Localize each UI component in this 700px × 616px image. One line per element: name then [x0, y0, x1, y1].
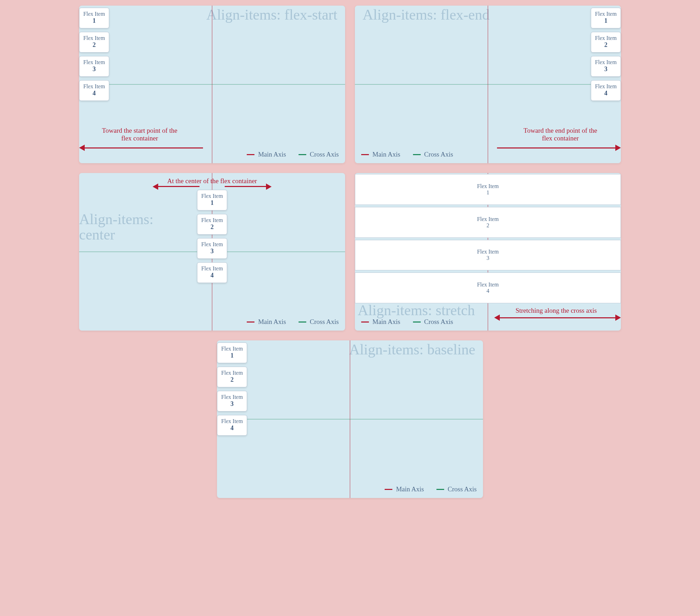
flex-item: Flex Item1	[217, 342, 247, 363]
panel-title: Align-items: stretch	[358, 303, 475, 318]
legend-main: Main Axis	[361, 151, 400, 158]
flex-item-label: Flex Item	[79, 35, 109, 41]
legend-cross: Cross Axis	[413, 318, 453, 326]
hint-text: Toward the end point of the flex contain…	[506, 127, 615, 142]
flex-item-label: Flex Item	[197, 217, 227, 223]
flex-item-label: Flex Item	[197, 241, 227, 248]
flex-item-number: 3	[79, 65, 109, 73]
legend-cross: Cross Axis	[413, 151, 453, 158]
flex-item: Flex Item3	[79, 56, 109, 77]
arrow-head-left-icon	[79, 145, 85, 151]
main-axis-icon	[361, 154, 369, 155]
hint-text: At the center of the flex container	[149, 177, 275, 185]
flex-item-label: Flex Item	[591, 59, 621, 65]
flex-item-label: Flex Item	[197, 265, 227, 272]
legend: Main Axis Cross Axis	[385, 485, 477, 493]
arrow-head-right-icon	[615, 145, 621, 151]
cross-axis-icon	[299, 154, 306, 155]
flex-item: Flex Item2	[591, 32, 621, 53]
panel-title: Align-items: flex-start	[206, 7, 337, 22]
diagram-grid: Align-items: flex-start Flex Item1Flex I…	[6, 6, 694, 498]
flex-item: Flex Item2	[217, 367, 247, 387]
flex-item-label: Flex Item	[79, 83, 109, 90]
flex-item-number: 2	[217, 376, 247, 383]
flex-item-number: 4	[79, 90, 109, 97]
flex-item: Flex Item3	[591, 56, 621, 77]
flex-items: Flex Item1Flex Item2Flex Item3Flex Item4	[217, 342, 247, 436]
cross-axis-line	[79, 84, 345, 85]
flex-item: Flex Item3	[355, 240, 621, 271]
flex-item-label: Flex Item	[217, 346, 247, 352]
cross-axis-line	[355, 84, 621, 85]
cross-axis-icon	[436, 489, 444, 490]
flex-item: Flex Item3	[197, 238, 227, 259]
arrow-head-left-icon	[494, 314, 500, 321]
panel-baseline: Align-items: baseline Flex Item1Flex Ite…	[217, 340, 483, 498]
main-axis-icon	[247, 321, 254, 323]
flex-item-number: 1	[217, 352, 247, 359]
flex-item-label: Flex Item	[79, 59, 109, 65]
panel-title: Align-items: flex-end	[363, 7, 490, 22]
panel-center: Align-items: center Flex Item1Flex Item2…	[79, 173, 345, 331]
legend-main: Main Axis	[247, 318, 286, 326]
flex-item: Flex Item3	[217, 391, 247, 411]
flex-item: Flex Item2	[79, 32, 109, 53]
flex-item-label: Flex Item	[217, 394, 247, 400]
flex-item-label: Flex Item	[591, 35, 621, 41]
arrow-head-left-icon	[153, 184, 158, 190]
hint-text: Stretching along the cross axis	[502, 307, 610, 314]
flex-items-stretch: Flex Item1Flex Item2Flex Item3Flex Item4	[355, 173, 621, 304]
flex-item: Flex Item1	[355, 174, 621, 205]
arrow-head-right-icon	[615, 314, 621, 321]
legend-main: Main Axis	[361, 318, 400, 326]
flex-item-number: 2	[486, 222, 489, 229]
flex-item-number: 3	[591, 65, 621, 73]
hint-text: Toward the start point of the flex conta…	[85, 127, 194, 142]
flex-item-label: Flex Item	[591, 11, 621, 17]
flex-item-number: 2	[591, 41, 621, 49]
legend: Main Axis Cross Axis	[361, 151, 453, 158]
main-axis-icon	[385, 489, 392, 490]
flex-items: Flex Item1Flex Item2Flex Item3Flex Item4	[79, 8, 109, 101]
flex-item-label: Flex Item	[197, 193, 227, 199]
panel-title: Align-items: center	[79, 212, 153, 242]
flex-item-label: Flex Item	[477, 249, 499, 255]
panel-flex-end: Align-items: flex-end Flex Item1Flex Ite…	[355, 6, 621, 163]
flex-item-number: 4	[197, 272, 227, 279]
flex-item-number: 3	[486, 255, 489, 261]
legend-cross: Cross Axis	[436, 485, 477, 493]
flex-item: Flex Item1	[591, 8, 621, 28]
flex-item-number: 1	[486, 189, 489, 196]
legend-main: Main Axis	[247, 151, 286, 158]
flex-items: Flex Item1Flex Item2Flex Item3Flex Item4	[197, 190, 227, 283]
flex-item-label: Flex Item	[477, 216, 499, 222]
flex-item-label: Flex Item	[591, 83, 621, 90]
cross-axis-icon	[299, 321, 306, 323]
legend: Main Axis Cross Axis	[247, 318, 339, 326]
arrow-line	[497, 147, 616, 148]
flex-item-label: Flex Item	[217, 370, 247, 376]
flex-item-number: 1	[197, 199, 227, 207]
flex-items: Flex Item1Flex Item2Flex Item3Flex Item4	[591, 8, 621, 101]
legend-main: Main Axis	[385, 485, 424, 493]
arrow-line	[84, 147, 203, 148]
flex-item-number: 4	[486, 288, 489, 294]
flex-item-number: 3	[197, 248, 227, 255]
flex-item-number: 2	[79, 41, 109, 49]
flex-item-number: 4	[217, 424, 247, 432]
legend: Main Axis Cross Axis	[361, 318, 453, 326]
flex-item: Flex Item4	[355, 272, 621, 303]
flex-item-number: 4	[591, 90, 621, 97]
flex-item: Flex Item4	[79, 80, 109, 101]
legend-cross: Cross Axis	[299, 151, 339, 158]
flex-item-label: Flex Item	[477, 183, 499, 189]
panel-title: Align-items: baseline	[349, 342, 475, 357]
cross-axis-icon	[413, 154, 421, 155]
flex-item: Flex Item1	[197, 190, 227, 210]
flex-item-label: Flex Item	[217, 418, 247, 424]
arrow-head-right-icon	[266, 184, 272, 190]
flex-item: Flex Item1	[79, 8, 109, 28]
arrow-line-l	[158, 186, 200, 187]
flex-item: Flex Item4	[197, 262, 227, 283]
flex-item: Flex Item2	[355, 207, 621, 238]
